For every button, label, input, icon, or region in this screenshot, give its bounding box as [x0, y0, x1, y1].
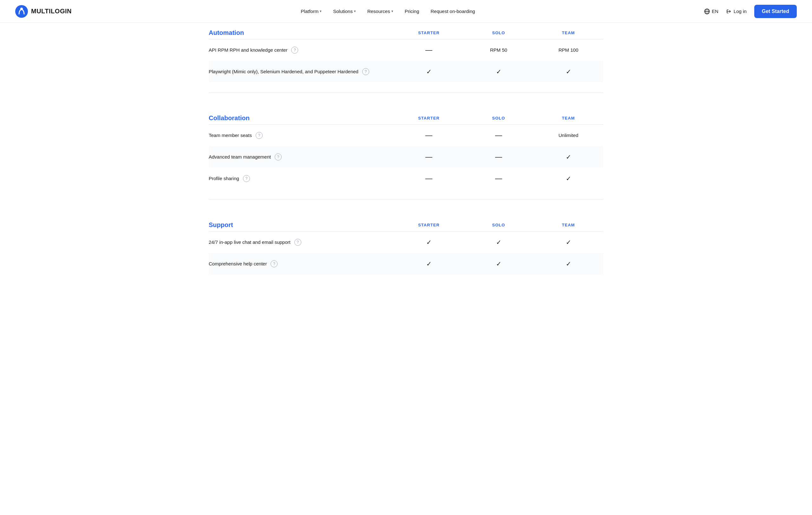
dash-icon: — — [425, 174, 432, 182]
dash-icon: — — [425, 131, 432, 139]
feature-label: Comprehensive help center — [209, 260, 267, 267]
dash-icon: — — [425, 153, 432, 161]
section-header-automation: AutomationSTARTERSOLOTEAM — [209, 23, 603, 39]
checkmark-icon: ✓ — [566, 260, 571, 267]
dash-icon: — — [425, 46, 432, 54]
feature-value-1: — — [464, 131, 533, 140]
feature-value-2: Unlimited — [533, 132, 603, 138]
rpm-text: RPM 100 — [558, 47, 579, 53]
get-started-button[interactable]: Get Started — [754, 5, 797, 18]
help-icon[interactable]: ? — [362, 68, 369, 75]
table-row: Team member seats?——Unlimited — [209, 125, 603, 146]
help-icon[interactable]: ? — [243, 175, 250, 182]
feature-label: Profile sharing — [209, 175, 239, 182]
checkmark-icon: ✓ — [566, 68, 571, 75]
table-row: 24/7 in-app live chat and email support?… — [209, 232, 603, 253]
checkmark-icon: ✓ — [566, 153, 571, 160]
login-button[interactable]: Log in — [722, 6, 751, 17]
feature-value-0: ✓ — [394, 260, 464, 268]
feature-value-2: ✓ — [533, 153, 603, 161]
feature-value-0: — — [394, 153, 464, 161]
feature-value-0: — — [394, 131, 464, 140]
checkmark-icon: ✓ — [496, 68, 501, 75]
section-title-collaboration: Collaboration — [209, 115, 394, 122]
nav-pricing[interactable]: Pricing — [400, 6, 424, 17]
section-divider — [209, 93, 603, 93]
help-icon[interactable]: ? — [256, 132, 263, 139]
navbar: MULTILOGIN Platform ▾ Solutions ▾ Resour… — [0, 0, 812, 23]
checkmark-icon: ✓ — [566, 239, 571, 246]
feature-label: Advanced team management — [209, 153, 271, 160]
col-header-collaboration-solo: SOLO — [464, 116, 533, 121]
section-title-support: Support — [209, 221, 394, 229]
table-row: Comprehensive help center?✓✓✓ — [209, 253, 603, 275]
checkmark-icon: ✓ — [566, 175, 571, 182]
table-row: Playwright (Mimic only), Selenium Harden… — [209, 61, 603, 83]
nav-solutions[interactable]: Solutions ▾ — [328, 6, 360, 17]
logo[interactable]: MULTILOGIN — [15, 5, 72, 18]
col-header-automation-solo: SOLO — [464, 30, 533, 35]
main-content: AutomationSTARTERSOLOTEAMAPI RPM RPH and… — [194, 23, 618, 309]
checkmark-icon: ✓ — [496, 260, 501, 267]
chevron-down-icon: ▾ — [392, 9, 393, 13]
help-icon[interactable]: ? — [294, 239, 301, 246]
feature-value-2: ✓ — [533, 239, 603, 246]
feature-value-0: — — [394, 174, 464, 183]
feature-value-1: RPM 50 — [464, 47, 533, 53]
nav-onboarding[interactable]: Request on-boarding — [426, 6, 480, 17]
feature-value-1: ✓ — [464, 239, 533, 246]
dash-icon: — — [495, 174, 502, 182]
section-support: SupportSTARTERSOLOTEAM24/7 in-app live c… — [209, 215, 603, 275]
checkmark-icon: ✓ — [426, 239, 432, 246]
section-divider — [209, 200, 603, 200]
nav-links: Platform ▾ Solutions ▾ Resources ▾ Prici… — [296, 6, 479, 17]
col-header-support-starter: STARTER — [394, 223, 464, 228]
help-icon[interactable]: ? — [291, 47, 298, 54]
feature-value-0: ✓ — [394, 239, 464, 246]
feature-value-0: ✓ — [394, 68, 464, 75]
section-automation: AutomationSTARTERSOLOTEAMAPI RPM RPH and… — [209, 23, 603, 93]
brand-name: MULTILOGIN — [31, 8, 72, 15]
help-icon[interactable]: ? — [270, 260, 278, 267]
checkmark-icon: ✓ — [496, 239, 501, 246]
col-header-support-solo: SOLO — [464, 223, 533, 228]
nav-platform[interactable]: Platform ▾ — [296, 6, 326, 17]
nav-resources[interactable]: Resources ▾ — [363, 6, 398, 17]
section-header-support: SupportSTARTERSOLOTEAM — [209, 215, 603, 232]
rpm-text: RPM 50 — [490, 47, 507, 53]
login-icon — [726, 8, 732, 14]
language-selector[interactable]: EN — [704, 8, 719, 14]
table-row: API RPM RPH and knowledge center?—RPM 50… — [209, 39, 603, 61]
feature-value-1: — — [464, 174, 533, 183]
help-icon[interactable]: ? — [275, 153, 282, 160]
checkmark-icon: ✓ — [426, 260, 432, 267]
feature-value-2: ✓ — [533, 68, 603, 75]
feature-value-2: RPM 100 — [533, 47, 603, 53]
chevron-down-icon: ▾ — [354, 9, 356, 13]
feature-label: 24/7 in-app live chat and email support — [209, 239, 291, 245]
nav-actions: EN Log in Get Started — [704, 5, 797, 18]
chevron-down-icon: ▾ — [320, 9, 322, 13]
table-row: Advanced team management?——✓ — [209, 146, 603, 168]
col-header-automation-starter: STARTER — [394, 30, 464, 35]
col-header-support-team: TEAM — [533, 223, 603, 228]
dash-icon: — — [495, 153, 502, 161]
col-header-automation-team: TEAM — [533, 30, 603, 35]
section-collaboration: CollaborationSTARTERSOLOTEAMTeam member … — [209, 108, 603, 200]
feature-label: Playwright (Mimic only), Selenium Harden… — [209, 68, 358, 75]
feature-label: API RPM RPH and knowledge center — [209, 47, 287, 53]
table-row: Profile sharing?——✓ — [209, 168, 603, 189]
unlimited-text: Unlimited — [558, 132, 579, 138]
feature-value-1: ✓ — [464, 260, 533, 268]
section-header-collaboration: CollaborationSTARTERSOLOTEAM — [209, 108, 603, 125]
checkmark-icon: ✓ — [426, 68, 432, 75]
feature-value-2: ✓ — [533, 260, 603, 268]
svg-point-0 — [15, 5, 28, 18]
col-header-collaboration-starter: STARTER — [394, 116, 464, 121]
svg-point-1 — [20, 8, 23, 10]
feature-label: Team member seats — [209, 132, 252, 139]
feature-value-1: ✓ — [464, 68, 533, 75]
col-header-collaboration-team: TEAM — [533, 116, 603, 121]
globe-icon — [704, 8, 710, 14]
feature-value-2: ✓ — [533, 175, 603, 182]
